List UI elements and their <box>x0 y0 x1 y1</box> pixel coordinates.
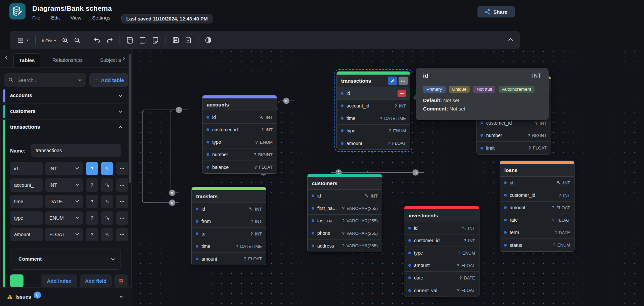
tab-relationships[interactable]: Relationships <box>47 53 88 67</box>
table-field-row[interactable]: type?ENUM <box>202 136 277 148</box>
table-more-options-button[interactable]: ••• <box>399 77 408 85</box>
field-type-dropdown[interactable]: INT <box>45 178 83 192</box>
table-field-row[interactable]: number?BIGINT <box>202 148 277 161</box>
sidebar-scrollbar[interactable] <box>129 54 131 183</box>
primary-key-button[interactable] <box>101 195 113 208</box>
sidebar-table-item-accounts[interactable]: accounts <box>0 88 132 104</box>
table-field-row[interactable]: address?VARCHAR(255) <box>308 239 382 252</box>
table-field-row[interactable]: type?ENUM <box>404 247 479 259</box>
menu-item-settings[interactable]: Settings <box>92 15 110 20</box>
table-title[interactable]: loans <box>500 164 574 177</box>
table-field-row[interactable]: customer_id?INT <box>404 234 479 247</box>
table-field-row[interactable]: current_val?FLOAT <box>404 284 479 297</box>
relationship-line[interactable] <box>170 110 188 193</box>
collapse-toolbar-button[interactable] <box>508 37 514 44</box>
field-more-options-button[interactable]: ••• <box>116 162 128 175</box>
table-field-row[interactable]: amount?FLOAT <box>337 137 410 149</box>
table-field-row[interactable]: amount?FLOAT <box>404 259 479 272</box>
add-table-button-sidebar[interactable]: Add table <box>89 73 128 87</box>
field-type-dropdown[interactable]: ENUM <box>45 211 83 225</box>
add-index-button[interactable]: Add index <box>41 274 77 287</box>
table-field-row[interactable]: date?DATE <box>404 272 479 284</box>
primary-key-button[interactable] <box>101 178 113 192</box>
field-name-input[interactable]: time <box>10 195 43 208</box>
comment-section[interactable]: Comment <box>10 249 121 270</box>
field-type-dropdown[interactable]: INT <box>45 162 83 175</box>
sidebar-table-item-customers[interactable]: customers <box>0 104 132 120</box>
menu-item-edit[interactable]: Edit <box>51 15 60 20</box>
undo-button[interactable] <box>93 36 101 44</box>
field-name-input[interactable]: id <box>10 162 43 175</box>
table-field-row[interactable]: idINT <box>202 111 277 124</box>
table-field-row[interactable]: idINT <box>404 222 479 234</box>
add-table-button[interactable] <box>126 36 134 44</box>
tab-tables[interactable]: Tables <box>13 53 40 67</box>
share-button[interactable]: Share <box>477 6 515 17</box>
table-field-row[interactable]: idINT <box>308 190 382 202</box>
primary-key-button[interactable] <box>101 228 113 241</box>
table-field-row[interactable]: amount?FLOAT <box>500 202 574 214</box>
sidebar-table-item-transactions[interactable]: transactions <box>0 120 132 135</box>
theme-toggle-button[interactable] <box>204 36 212 44</box>
nullable-toggle-button[interactable]: ? <box>86 178 98 192</box>
canvas-table-customers[interactable]: customersidINTfirst_na...?VARCHAR(255)la… <box>307 174 382 252</box>
table-title[interactable]: customers <box>308 177 382 190</box>
menu-item-view[interactable]: View <box>71 15 81 20</box>
field-more-options-button[interactable]: ••• <box>116 228 128 241</box>
search-input[interactable] <box>17 77 75 83</box>
table-field-row[interactable]: to?INT <box>192 228 266 240</box>
table-title[interactable]: transactions••• <box>337 75 410 87</box>
table-search[interactable] <box>4 73 86 87</box>
edit-table-button[interactable] <box>388 77 397 85</box>
field-name-input[interactable]: type <box>10 211 43 225</box>
chevron-icon[interactable] <box>118 93 123 99</box>
table-title[interactable]: investments <box>404 209 479 222</box>
zoom-in-button[interactable] <box>61 37 69 44</box>
table-title[interactable]: accounts <box>202 98 277 111</box>
canvas-table-loans[interactable]: loansidINTcustomer_id?INTamount?FLOATrat… <box>500 161 574 252</box>
table-field-row[interactable]: time?DATETIME <box>337 112 410 125</box>
field-type-dropdown[interactable]: DATE... <box>45 195 83 208</box>
delete-table-button[interactable] <box>114 274 128 287</box>
table-field-row[interactable]: customer_id?INT <box>500 189 574 202</box>
tabs-scroll-right-button[interactable] <box>121 55 127 63</box>
table-field-row[interactable]: from?INT <box>192 215 266 228</box>
table-title[interactable]: transfers <box>192 190 266 203</box>
table-field-row[interactable]: type?ENUM <box>337 125 410 137</box>
zoom-level-dropdown[interactable]: 82% <box>42 37 57 43</box>
nullable-toggle-button[interactable]: ? <box>86 228 98 241</box>
field-name-input[interactable]: amount <box>10 228 43 241</box>
table-field-row[interactable]: idINT <box>192 203 266 215</box>
primary-key-button[interactable] <box>101 211 113 225</box>
add-note-button[interactable] <box>151 36 159 44</box>
chevron-icon[interactable] <box>118 125 123 131</box>
relationship-line[interactable] <box>142 110 188 203</box>
table-field-row[interactable]: account_id?INT <box>337 100 410 112</box>
table-field-row[interactable]: first_na...?VARCHAR(255) <box>308 202 382 215</box>
save-button[interactable] <box>172 36 180 44</box>
zoom-out-button[interactable] <box>74 37 81 44</box>
table-field-row[interactable]: id <box>337 87 410 100</box>
table-field-row[interactable]: phone?VARCHAR(255) <box>308 227 382 239</box>
canvas-table-transactions[interactable]: transactions•••idaccount_id?INTtime?DATE… <box>336 71 410 150</box>
todo-button[interactable] <box>184 36 192 44</box>
table-field-row[interactable]: balance?FLOAT <box>202 161 277 173</box>
field-more-options-button[interactable]: ••• <box>116 178 128 192</box>
redo-button[interactable] <box>106 36 113 44</box>
table-field-row[interactable]: status?ENUM <box>500 239 574 251</box>
add-field-button[interactable]: Add field <box>80 274 112 287</box>
nullable-toggle-button[interactable]: ? <box>86 211 98 225</box>
chevron-icon[interactable] <box>118 109 123 115</box>
issues-bar[interactable]: Issues 0 <box>0 287 132 306</box>
table-name-input[interactable] <box>31 144 121 157</box>
table-field-row[interactable]: time?DATETIME <box>192 240 266 253</box>
table-field-row[interactable]: amount?FLOAT <box>192 253 266 265</box>
table-field-row[interactable]: idINT <box>500 177 574 189</box>
layout-button[interactable] <box>17 37 29 44</box>
canvas-table-transfers[interactable]: transfersidINTfrom?INTto?INTtime?DATETIM… <box>191 187 266 265</box>
table-field-row[interactable]: number?BIGINT <box>476 129 551 142</box>
table-field-row[interactable]: last_na...?VARCHAR(255) <box>308 215 382 227</box>
table-field-row[interactable]: rate?FLOAT <box>500 214 574 226</box>
field-name-input[interactable]: account_ <box>10 178 43 192</box>
table-color-swatch[interactable] <box>10 274 24 287</box>
